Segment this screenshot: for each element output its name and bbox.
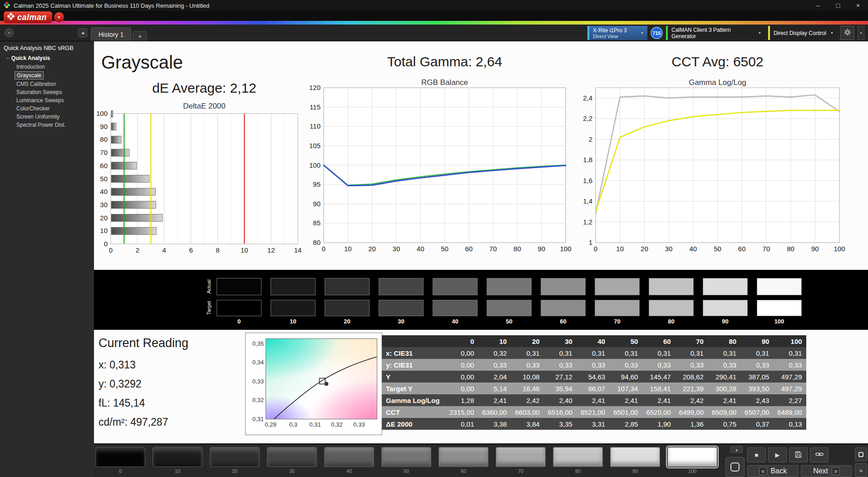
table-cell: 107,34 <box>609 383 642 394</box>
settings-button[interactable] <box>840 26 854 40</box>
back-button[interactable]: « Back <box>747 465 799 477</box>
sidebar-item-colorchecker[interactable]: ColorChecker <box>15 105 51 112</box>
rgb-balance-chart: 0102030405060708090100808590951001051101… <box>304 84 572 263</box>
level-button-face <box>496 447 546 467</box>
sidebar-root-label: Quick Analysis <box>11 55 50 61</box>
row-label: CCT <box>382 406 445 418</box>
table-cell: 0,33 <box>675 359 708 371</box>
edge-controls: » <box>855 447 867 477</box>
row-label: Target Y <box>382 383 445 394</box>
sidebar-item-cms-calibration[interactable]: CMS Calibration <box>15 80 58 88</box>
row-label: Gamma Log/Log <box>382 394 445 406</box>
pattern-generator-dropdown[interactable]: CalMAN Client 3 Pattern Generator ▼ <box>666 26 765 40</box>
level-button-0[interactable]: 0 <box>95 447 145 474</box>
log-row: calman ▼ <box>0 11 868 25</box>
level-button-100[interactable]: 100 <box>667 447 717 474</box>
maximize-button[interactable]: □ <box>828 0 848 11</box>
svg-text:30: 30 <box>665 245 673 253</box>
table-cell: 0,01 <box>445 418 478 430</box>
cie-x-tick: 0,31 <box>306 421 324 428</box>
tab-bar: History 1 + <box>91 27 147 41</box>
de-average-heading: dE Average: 2,12 <box>111 80 298 96</box>
workspace-menu-button[interactable]: • <box>5 28 14 37</box>
table-cell: 0,31 <box>740 347 773 359</box>
svg-text:40: 40 <box>100 188 108 195</box>
chevron-down-icon: ▼ <box>758 31 761 35</box>
level-button-80[interactable]: 80 <box>553 447 603 474</box>
double-chevron-right-icon: » <box>859 467 863 474</box>
tab-history-1[interactable]: History 1 <box>91 27 131 41</box>
sidebar-item-introduction[interactable]: Introduction <box>15 63 47 70</box>
sidebar-item-luminance-sweeps[interactable]: Luminance Sweeps <box>15 97 66 104</box>
sidebar-item-grayscale[interactable]: Grayscale <box>15 71 44 80</box>
meter-badge[interactable]: 715 <box>651 27 663 39</box>
lower-section: Current Reading x: 0,313y: 0,3292fL: 145… <box>94 330 868 443</box>
transport-controls: ▴ ■ ▶ « Back <box>725 446 867 477</box>
table-cell: 3,38 <box>478 418 511 430</box>
level-button-20[interactable]: 20 <box>210 447 260 474</box>
link-button[interactable] <box>810 447 829 462</box>
collapse-panel-button[interactable]: ▴ <box>730 446 743 453</box>
current-reading-values: x: 0,313y: 0,3292fL: 145,14cd/m²: 497,28… <box>99 355 168 432</box>
panel-expand-button[interactable]: ▾ <box>858 26 864 40</box>
display-control-dropdown[interactable]: Direct Display Control ▼ <box>768 26 837 40</box>
table-cell: 300,28 <box>708 383 740 394</box>
level-button-90[interactable]: 90 <box>610 447 660 474</box>
level-button-50[interactable]: 50 <box>381 447 431 474</box>
close-button[interactable]: × <box>848 0 868 11</box>
stop-button[interactable]: ■ <box>747 447 766 462</box>
svg-text:1,2: 1,2 <box>583 218 592 226</box>
cie-x-tick: 0,3 <box>284 421 302 428</box>
level-button-60[interactable]: 60 <box>439 447 488 474</box>
level-button-10[interactable]: 10 <box>153 447 202 474</box>
svg-text:80: 80 <box>313 238 321 246</box>
level-button-label: 90 <box>610 468 660 474</box>
pattern-popout-button[interactable] <box>855 447 867 461</box>
sidebar-item-spectral-power-dist[interactable]: Spectral Power Dist. <box>15 121 68 129</box>
actual-patch-30 <box>379 278 424 295</box>
svg-text:85: 85 <box>313 219 321 227</box>
table-cell: 6501,00 <box>609 406 642 418</box>
sidebar-root-quick-analysis[interactable]: − Quick Analysis <box>6 54 94 62</box>
calman-logo[interactable]: calman <box>4 11 52 23</box>
cie-y-tick: 0,33 <box>247 378 264 385</box>
svg-text:1,6: 1,6 <box>583 177 592 184</box>
level-button-70[interactable]: 70 <box>496 447 546 474</box>
collapse-toggle-icon[interactable]: − <box>6 56 9 61</box>
pattern-window-button[interactable] <box>725 457 745 477</box>
svg-text:2,4: 2,4 <box>583 94 592 102</box>
level-button-face <box>267 447 317 467</box>
svg-text:0: 0 <box>594 245 597 253</box>
calman-menu-button[interactable]: calman ▼ <box>4 11 64 23</box>
level-button-30[interactable]: 30 <box>267 447 317 474</box>
advance-button[interactable]: » <box>855 463 867 477</box>
sidebar-item-saturation-sweeps[interactable]: Saturation Sweeps <box>15 89 64 96</box>
svg-text:8: 8 <box>216 246 219 254</box>
level-button-40[interactable]: 40 <box>324 447 374 474</box>
save-button[interactable] <box>789 447 808 462</box>
meter-dropdown[interactable]: X-Rite i1Pro 3 Direct View ▼ <box>587 26 647 40</box>
chevron-down-icon[interactable]: ▼ <box>54 12 64 22</box>
chevron-down-icon: ▼ <box>641 31 644 35</box>
level-button-label: 10 <box>153 468 202 474</box>
toolbar: • ◄ History 1 + X-Rite i1Pro 3 Direct Vi… <box>0 25 868 41</box>
sidebar-item-screen-uniformity[interactable]: Screen Uniformity <box>15 113 61 120</box>
table-row: Y0,002,0410,0827,1254,6394,60145,47208,6… <box>382 371 806 383</box>
table-cell: 16,46 <box>511 383 543 394</box>
back-chevrons-icon: « <box>759 467 767 475</box>
table-cell: 0,00 <box>445 371 478 383</box>
level-button-label: 50 <box>381 468 431 474</box>
sidebar-collapse-button[interactable]: ◄ <box>78 28 87 37</box>
play-button[interactable]: ▶ <box>768 447 787 462</box>
level-button-face <box>95 447 145 467</box>
next-button[interactable]: Next » <box>801 465 852 477</box>
table-cell: 35,94 <box>544 383 577 394</box>
add-tab-button[interactable]: + <box>133 31 147 41</box>
meter-name: X-Rite i1Pro 3 <box>593 27 627 34</box>
minimize-button[interactable]: – <box>808 0 828 11</box>
workflow-sidebar: Quick Analysis NBC sRGB − Quick Analysis… <box>0 41 94 477</box>
table-cell: 54,63 <box>577 371 609 383</box>
display-control-label: Direct Display Control <box>774 30 826 36</box>
column-header-0: 0 <box>445 335 478 347</box>
table-corner <box>382 335 445 347</box>
